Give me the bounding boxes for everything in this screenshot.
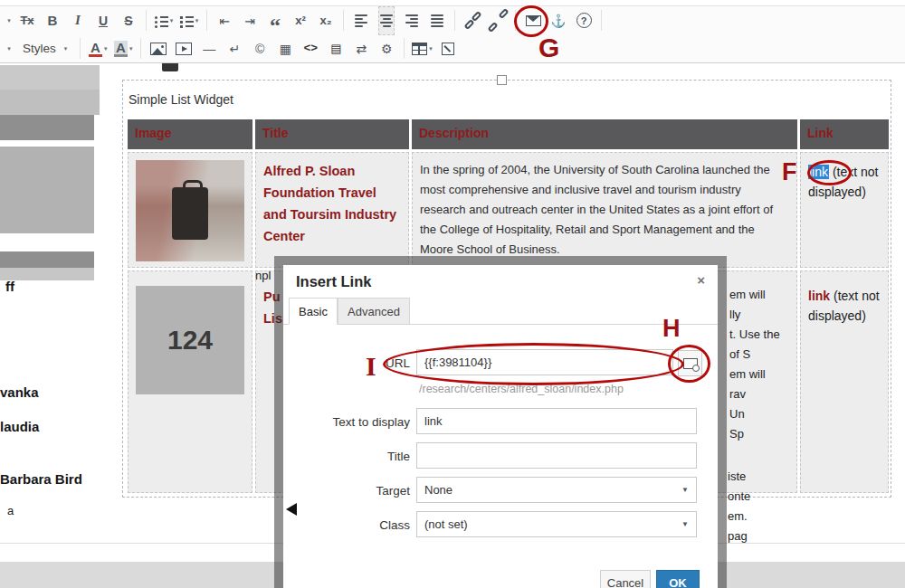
triangle-fragment — [286, 503, 297, 516]
description-line: most comprehensive and inclusive travel … — [420, 180, 789, 200]
superscript-button[interactable]: x² — [288, 8, 313, 33]
align-left-button[interactable] — [348, 8, 374, 33]
title-input[interactable] — [416, 442, 697, 469]
chevron-down-icon: ▾ — [64, 45, 68, 52]
align-justify-button[interactable] — [424, 8, 450, 33]
tab-advanced[interactable]: Advanced — [338, 298, 410, 325]
align-right-button[interactable] — [399, 8, 424, 33]
templates-button[interactable]: ▤ — [323, 36, 348, 61]
toolbar-separator — [404, 38, 405, 59]
align-justify-icon — [431, 14, 443, 27]
background-color-button[interactable]: A▾ — [110, 36, 136, 61]
maximize-icon — [442, 43, 454, 55]
special-character-button[interactable]: © — [247, 36, 272, 61]
insert-link-button[interactable] — [460, 8, 485, 33]
column-header-image: Image — [128, 119, 252, 149]
outdent-button[interactable]: ⇤ — [212, 8, 237, 33]
tab-basic[interactable]: Basic — [289, 298, 338, 325]
column-header-link: Link — [800, 119, 889, 149]
underline-icon: U — [99, 14, 108, 28]
styles-dropdown[interactable]: Styles ▾ — [14, 36, 75, 61]
bulleted-list-button[interactable]: ▾ — [151, 8, 176, 33]
toolbar-separator — [454, 10, 455, 31]
align-left-icon — [355, 14, 367, 27]
toolbar-separator — [80, 38, 81, 59]
anchor-button[interactable]: ⚓ — [546, 8, 571, 33]
horizontal-rule-icon: — — [203, 42, 215, 56]
description-line: the College of Hospitality, Retail and S… — [420, 220, 789, 240]
ok-button[interactable]: OK — [656, 570, 700, 588]
close-icon[interactable]: × — [697, 272, 705, 288]
chevron-down-icon: ▾ — [7, 17, 11, 24]
link-text[interactable]: link — [808, 289, 830, 303]
widget-resize-handle[interactable] — [497, 75, 507, 85]
italic-button[interactable]: I — [65, 8, 90, 33]
bold-button[interactable]: B — [40, 8, 65, 33]
table-cell-link: link (text not displayed) — [800, 270, 889, 493]
placeholder-124-image: 124 — [136, 286, 244, 394]
replace-icon: ⇄ — [356, 42, 367, 56]
text-to-display-input[interactable] — [416, 408, 697, 434]
chevron-down-icon: ▾ — [195, 17, 199, 24]
maximize-button[interactable] — [435, 36, 461, 61]
table-cell-image — [128, 152, 252, 268]
annotation-letter-i: I — [366, 351, 376, 382]
indent-icon: ⇥ — [244, 14, 255, 28]
text-fragment: of S — [729, 347, 750, 361]
indent-button[interactable]: ⇥ — [237, 8, 262, 33]
insert-image-button[interactable] — [146, 36, 171, 61]
blockquote-button[interactable]: “ — [262, 8, 288, 33]
text-fragment: pag — [728, 529, 748, 543]
travel-photo — [136, 160, 244, 261]
toolbar-overflow-button[interactable]: ▾ — [2, 36, 14, 61]
unlink-icon — [490, 13, 507, 28]
subscript-button[interactable]: x₂ — [313, 8, 338, 33]
target-select[interactable]: None ▼ — [416, 477, 697, 503]
chevron-down-icon: ▾ — [104, 45, 108, 52]
toolbar-separator — [146, 10, 147, 31]
horizontal-rule-button[interactable]: — — [196, 36, 222, 61]
image-icon — [150, 43, 167, 55]
remove-format-button[interactable]: Tx — [14, 8, 40, 33]
title-label: Title — [291, 443, 410, 470]
description-line: research and outreach center in the Unit… — [420, 200, 789, 220]
strikethrough-button[interactable]: S — [116, 8, 141, 33]
iframe-button[interactable]: ▦ — [272, 36, 298, 61]
unlink-button[interactable] — [485, 8, 510, 33]
cancel-button[interactable]: Cancel — [600, 570, 651, 588]
toolbar-overflow-button[interactable]: ▾ — [2, 8, 14, 33]
toolbar-separator — [140, 38, 141, 59]
help-button[interactable]: ? — [571, 8, 596, 33]
align-center-button[interactable] — [374, 8, 399, 33]
placeholder-block — [0, 115, 94, 140]
line-break-button[interactable]: ↵ — [222, 36, 247, 61]
text-color-icon: A — [89, 41, 102, 57]
chevron-down-icon: ▼ — [681, 486, 689, 494]
chevron-down-icon: ▾ — [7, 45, 11, 52]
link-icon — [464, 13, 481, 28]
insert-media-button[interactable] — [171, 36, 196, 61]
insert-table-button[interactable]: ▾ — [409, 36, 435, 61]
table-cell-image: 124 — [128, 270, 252, 493]
text-fragment: a — [7, 504, 14, 517]
line-break-icon: ↵ — [229, 42, 240, 56]
find-replace-button[interactable]: ⇄ — [348, 36, 374, 61]
text-fragment: vanka — [0, 384, 39, 400]
bold-icon: B — [48, 13, 58, 28]
underline-button[interactable]: U — [90, 8, 116, 33]
target-label: Target — [291, 478, 410, 505]
annotation-circle-link-text — [807, 160, 852, 185]
text-fragment: em will — [729, 367, 766, 381]
media-icon — [176, 43, 192, 55]
align-right-icon — [405, 14, 418, 27]
numbered-list-button[interactable]: ▾ — [176, 8, 202, 33]
target-select-value: None — [424, 483, 452, 497]
chevron-down-icon: ▾ — [129, 45, 133, 52]
text-fragment: em. — [728, 509, 748, 523]
class-select[interactable]: (not set) ▼ — [416, 511, 697, 537]
toolbar-row-1: ▾ Tx B I U S ▾ ▾ ⇤ ⇥ “ x² x₂ ⚓ ? — [0, 6, 905, 34]
settings-button[interactable]: ⚙ — [374, 36, 399, 61]
column-header-title: Title — [255, 119, 409, 149]
text-color-button[interactable]: A▾ — [85, 36, 110, 61]
source-button[interactable]: <> — [298, 36, 323, 61]
